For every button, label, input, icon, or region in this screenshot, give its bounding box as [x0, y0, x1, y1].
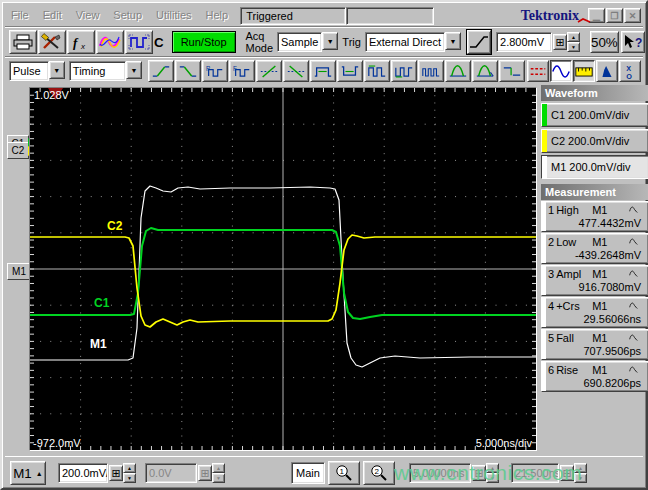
print-button[interactable]	[9, 30, 37, 54]
meas-pos-peak-button[interactable]	[445, 60, 471, 82]
pos-width-icon	[313, 64, 333, 79]
histogram-button[interactable]	[596, 60, 618, 82]
meas-delay-button[interactable]	[499, 60, 525, 82]
measurement-item-crs[interactable]: 4+CrsM129.56066ns	[541, 297, 648, 328]
spin-up-icon: ▲	[212, 463, 225, 473]
tools-icon	[41, 33, 63, 51]
restore-button[interactable]: ❐	[606, 8, 623, 23]
measurement-display-button[interactable]	[573, 60, 595, 82]
meas-neg-peak-button[interactable]	[472, 60, 498, 82]
waveform-item-c2[interactable]: C2 200.0mV/div	[541, 129, 648, 153]
c2-trace-label: C2	[107, 219, 122, 233]
neg-duty-icon	[394, 64, 414, 79]
trig-source-select[interactable]: External Direct ▼	[365, 32, 461, 52]
waveform-colors-button[interactable]	[96, 30, 124, 54]
zoom2-button[interactable]: 2	[363, 461, 395, 485]
measurement-panel-header: Measurement	[541, 184, 648, 200]
measurement-item-rise[interactable]: 6RiseM1690.8206ps	[541, 361, 648, 392]
close-button[interactable]: ✕	[624, 8, 641, 23]
measurement-class-select[interactable]: Pulse ▼	[9, 61, 65, 81]
waveform-item-label: M1 200.0mV/div	[551, 161, 630, 173]
waveform-item-label: C1 200.0mV/div	[551, 109, 629, 121]
meas-pos-cross-button[interactable]	[256, 60, 282, 82]
measurement-group-select[interactable]: Timing ▼	[69, 61, 142, 81]
spin-down-icon[interactable]: ▼	[123, 473, 136, 483]
menu-view[interactable]: View	[70, 7, 108, 24]
menu-file[interactable]: File	[5, 7, 37, 24]
vertical-scale-spinner[interactable]: ▲ ▼	[123, 463, 136, 483]
display-area: C1 C2 M1 1.028V -972.0mV 5.000ns/div C2 …	[5, 85, 643, 456]
meas-period-button[interactable]: P	[202, 60, 228, 82]
timebase-view-toggle[interactable]: Main	[291, 462, 325, 484]
c2-position-marker[interactable]: C2	[7, 142, 29, 159]
trigger-slope-button[interactable]	[467, 30, 491, 54]
menu-help[interactable]: Help	[200, 7, 237, 24]
measurement-item-fall[interactable]: 5FallM1707.9506ps	[541, 329, 648, 360]
menu-utilities[interactable]: Utilities	[150, 7, 199, 24]
pulse-shape-icon	[629, 332, 643, 344]
waveform-item-c1[interactable]: C1 200.0mV/div	[541, 103, 648, 127]
trigger-status-box: Triggered	[240, 7, 346, 25]
histogram-icon	[597, 64, 617, 79]
pulse-capture-icon	[128, 33, 150, 51]
chevron-down-icon[interactable]: ▼	[322, 32, 338, 50]
measurement-index: 2	[548, 236, 554, 248]
meas-neg-cross-button[interactable]	[283, 60, 309, 82]
chevron-down-icon[interactable]: ▼	[445, 32, 461, 50]
math-fx-button[interactable]: fx	[67, 30, 95, 54]
trigger-status: Triggered	[246, 10, 293, 22]
keypad-icon[interactable]: ⊞	[553, 34, 567, 50]
chevron-down-icon[interactable]: ▼	[49, 61, 65, 79]
help-cursor-icon: ?	[622, 34, 644, 50]
menu-setup[interactable]: Setup	[107, 7, 150, 24]
trigger-level-input[interactable]: 2.800mV	[496, 32, 552, 52]
m1-position-marker[interactable]: M1	[7, 263, 31, 280]
waveform-item-label: C2 200.0mV/div	[551, 135, 629, 147]
rise-time-icon	[151, 64, 171, 79]
zoom1-button[interactable]: 1	[328, 461, 360, 485]
markers-button[interactable]: XO	[619, 60, 641, 82]
spin-down-icon[interactable]: ▼	[567, 42, 580, 52]
context-help-button[interactable]: ?	[621, 31, 645, 53]
meas-rise-time-button[interactable]	[148, 60, 174, 82]
math-fx-icon: fx	[70, 33, 92, 51]
waveform-item-m1[interactable]: M1 200.0mV/div	[541, 155, 648, 179]
menu-edit[interactable]: Edit	[37, 7, 70, 24]
meas-fall-time-button[interactable]	[175, 60, 201, 82]
keypad-icon[interactable]: ⊞	[109, 465, 123, 481]
meas-frequency-button[interactable]: F	[229, 60, 255, 82]
waveform-colors-icon	[99, 33, 121, 51]
measurement-item-ampl[interactable]: 3AmplM1916.7080mV	[541, 265, 648, 296]
cursors-button[interactable]	[527, 60, 549, 82]
spin-up-icon[interactable]: ▲	[567, 32, 580, 42]
measurement-class-value: Pulse	[9, 61, 49, 81]
svg-text:1: 1	[340, 467, 345, 476]
run-stop-button[interactable]: Run/Stop	[172, 31, 236, 53]
meas-neg-duty-button[interactable]	[391, 60, 417, 82]
chevron-down-icon[interactable]: ▼	[126, 61, 142, 79]
pos-cross-icon	[259, 64, 279, 79]
trigger-level-spinner[interactable]: ▲ ▼	[567, 32, 580, 52]
pulse-shape-icon	[629, 268, 643, 280]
measurement-item-low[interactable]: 2LowM1-439.2648mV	[541, 233, 648, 264]
spin-up-icon[interactable]: ▲	[123, 463, 136, 473]
status-box-empty	[346, 7, 434, 25]
meas-pos-duty-button[interactable]	[364, 60, 390, 82]
measurement-name: High	[556, 204, 590, 216]
measurement-name: Rise	[556, 364, 590, 376]
clear-acquisition-button[interactable]: C	[154, 31, 164, 53]
meas-pos-width-button[interactable]	[310, 60, 336, 82]
pulse-capture-button[interactable]	[125, 30, 153, 54]
acq-mode-select[interactable]: Sample ▼	[277, 32, 338, 52]
meas-burst-width-button[interactable]	[418, 60, 444, 82]
measurement-value: -439.2648mV	[548, 249, 645, 263]
tools-button[interactable]	[38, 30, 66, 54]
channel-select-button[interactable]: M1 ▲	[10, 461, 46, 485]
measurement-source: M1	[592, 300, 607, 312]
menu-bar: FileEditViewSetupUtilitiesHelp Triggered…	[5, 5, 643, 27]
waveform-display-button[interactable]	[550, 60, 572, 82]
vertical-scale-input[interactable]: 200.0mV/	[58, 463, 108, 483]
measurement-item-high[interactable]: 1HighM1477.4432mV	[541, 201, 648, 232]
zoom-percent-button[interactable]: 50%	[590, 31, 619, 53]
meas-neg-width-button[interactable]	[337, 60, 363, 82]
